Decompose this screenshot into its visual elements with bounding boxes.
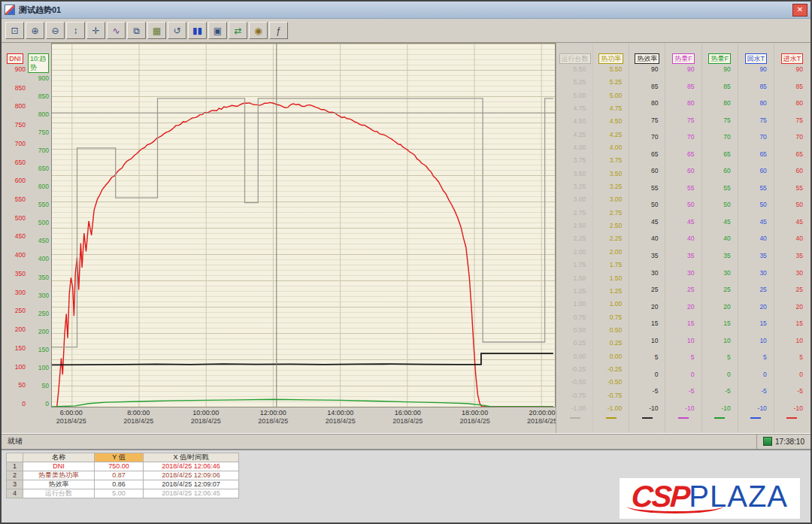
right-axis-1-label[interactable]: 热功率 (598, 53, 623, 64)
table-row[interactable]: 2热量类热功率0.872018/4/25 12:09:06 (7, 471, 239, 480)
cell-yv: 5.00 (95, 489, 144, 498)
x-tick-3: 12:00:002018/4/25 (258, 409, 288, 425)
right-axis-4-label[interactable]: 热量F (708, 53, 731, 64)
right-axis-2: 热效率908580757065605550454035302520151050-… (629, 43, 665, 433)
cell-xv: 2018/4/25 12:06:46 (144, 462, 239, 471)
zoom-y-icon: ↕ (74, 26, 78, 36)
formula-button[interactable]: ƒ (269, 22, 288, 39)
status-time: 17:38:10 (775, 438, 804, 446)
zoom-box-button[interactable]: ⊡ (5, 22, 24, 39)
x-value-header[interactable]: X 值/时间戳 (144, 453, 239, 462)
cell-num: 1 (7, 462, 23, 471)
x-tick-0: 6:00:002018/4/25 (56, 409, 86, 425)
toolbar: ⊡⊕⊖↕✛∿⧉▦↺▮▮▣⇄◉ƒ (2, 19, 810, 43)
x-tick-2: 10:00:002018/4/25 (191, 409, 221, 425)
right-axis-4: 热量F908580757065605550454035302520151050-… (702, 43, 738, 433)
left-axis-1-ticks: 9008508007507006506005505004504003503002… (38, 74, 49, 407)
left-axis-0-label[interactable]: DNI (7, 53, 23, 64)
right-axis-2-label[interactable]: 热效率 (635, 53, 659, 64)
row-number-header (7, 453, 23, 462)
right-axis-6-ticks: 908580757065605550454035302520151050-5-1… (774, 65, 810, 412)
cell-xv: 2018/4/25 12:09:07 (144, 480, 239, 489)
copy-button[interactable]: ⧉ (127, 22, 146, 39)
snapshot-button[interactable]: ▣ (208, 22, 227, 39)
cursor-values-table: 名称 Y 值 X 值/时间戳 1DNI750.002018/4/25 12:06… (6, 453, 239, 498)
status-text: 就绪 (8, 436, 23, 447)
x-tick-6: 18:00:002018/4/25 (460, 409, 490, 425)
right-axis-1-ticks: 5.505.255.004.754.504.254.003.753.503.25… (593, 65, 629, 412)
status-bar: 就绪 17:38:10 (2, 433, 810, 449)
cell-yv: 0.86 (95, 480, 144, 489)
csp-plaza-logo: CSPPLAZA (620, 478, 800, 519)
cell-xv: 2018/4/25 12:09:06 (144, 471, 239, 480)
left-axis-0-ticks: 9008508007507006506005505004504003503002… (15, 65, 26, 407)
left-axes: DNI9008508007507006506005505004504003503… (5, 43, 51, 433)
right-axis-5-label[interactable]: 回水T (745, 53, 768, 64)
right-axis-6: 进水T908580757065605550454035302520151050-… (774, 43, 810, 433)
window-icon (5, 5, 15, 15)
grid-button[interactable]: ▦ (147, 22, 166, 39)
curve-select-button[interactable]: ∿ (107, 22, 126, 39)
zoom-y-button[interactable]: ↕ (66, 22, 85, 39)
cell-num: 4 (7, 489, 23, 498)
pause-icon: ▮▮ (192, 26, 202, 36)
left-axis-1: 10:趋势90085080075070065060055050045040035… (28, 43, 51, 433)
title-bar: 测试趋势01 ✕ (2, 2, 810, 19)
right-axis-5-series-marker (750, 417, 761, 419)
table-row[interactable]: 3热效率0.862018/4/25 12:09:07 (7, 480, 239, 489)
bottom-panel: 名称 Y 值 X 值/时间戳 1DNI750.002018/4/25 12:06… (2, 449, 810, 522)
status-right: 17:38:10 (756, 434, 804, 449)
left-axis-1-label[interactable]: 10:趋势 (28, 53, 49, 73)
curve-select-icon: ∿ (112, 26, 120, 36)
x-tick-1: 8:00:002018/4/25 (123, 409, 153, 425)
window-title: 测试趋势01 (19, 5, 61, 16)
left-axis-0: DNI9008508007507006506005505004504003503… (5, 43, 28, 433)
table-row[interactable]: 1DNI750.002018/4/25 12:06:46 (7, 462, 239, 471)
right-axis-0: 运行台数5.505.255.004.754.504.254.003.753.50… (557, 43, 593, 433)
right-axis-5: 回水T908580757065605550454035302520151050-… (738, 43, 774, 433)
plot-area[interactable] (51, 43, 556, 407)
name-header[interactable]: 名称 (23, 453, 95, 462)
plot-wrap: 6:00:002018/4/258:00:002018/4/2510:00:00… (51, 43, 556, 433)
connection-icon (763, 437, 772, 446)
right-axis-4-ticks: 908580757065605550454035302520151050-5-1… (702, 65, 738, 412)
right-axis-4-series-marker (714, 417, 725, 419)
zoom-box-icon: ⊡ (11, 26, 18, 36)
pan-icon: ✛ (92, 26, 99, 36)
cell-name: 热量类热功率 (23, 471, 95, 480)
find-button[interactable]: ◉ (249, 22, 268, 39)
table-row[interactable]: 4运行台数5.002018/4/25 12:06:45 (7, 489, 239, 498)
app-window: 测试趋势01 ✕ ⊡⊕⊖↕✛∿⧉▦↺▮▮▣⇄◉ƒ DNI900850800750… (0, 0, 812, 524)
right-axis-2-series-marker (642, 417, 653, 419)
formula-icon: ƒ (276, 26, 281, 36)
cell-yv: 0.87 (95, 471, 144, 480)
zoom-out-icon: ⊖ (51, 26, 59, 36)
close-icon[interactable]: ✕ (792, 4, 807, 17)
cell-name: 运行台数 (23, 489, 95, 498)
cell-name: DNI (23, 462, 95, 471)
right-axis-1: 热功率5.505.255.004.754.504.254.003.753.503… (593, 43, 629, 433)
export-button[interactable]: ⇄ (229, 22, 247, 39)
x-axis: 6:00:002018/4/258:00:002018/4/2510:00:00… (51, 407, 556, 433)
right-axis-0-label[interactable]: 运行台数 (559, 53, 591, 64)
right-axis-3-ticks: 908580757065605550454035302520151050-5-1… (665, 65, 701, 412)
table-header-row: 名称 Y 值 X 值/时间戳 (7, 453, 239, 462)
cell-name: 热效率 (23, 480, 95, 489)
pause-button[interactable]: ▮▮ (188, 22, 207, 39)
x-tick-4: 14:00:002018/4/25 (326, 409, 356, 425)
zoom-in-button[interactable]: ⊕ (26, 22, 44, 39)
export-icon: ⇄ (234, 26, 241, 36)
cell-xv: 2018/4/25 12:06:45 (144, 489, 239, 498)
right-axis-3-label[interactable]: 热量F (672, 53, 695, 64)
right-axis-1-series-marker (606, 417, 617, 419)
undo-button[interactable]: ↺ (168, 22, 186, 39)
right-axis-6-label[interactable]: 进水T (781, 53, 804, 64)
find-icon: ◉ (254, 26, 262, 36)
cell-yv: 750.00 (95, 462, 144, 471)
zoom-in-icon: ⊕ (31, 26, 38, 36)
right-axes-panel: 运行台数5.505.255.004.754.504.254.003.753.50… (556, 43, 810, 433)
y-value-header[interactable]: Y 值 (95, 453, 144, 462)
pan-button[interactable]: ✛ (86, 22, 105, 39)
cell-num: 3 (7, 480, 23, 489)
zoom-out-button[interactable]: ⊖ (46, 22, 65, 39)
